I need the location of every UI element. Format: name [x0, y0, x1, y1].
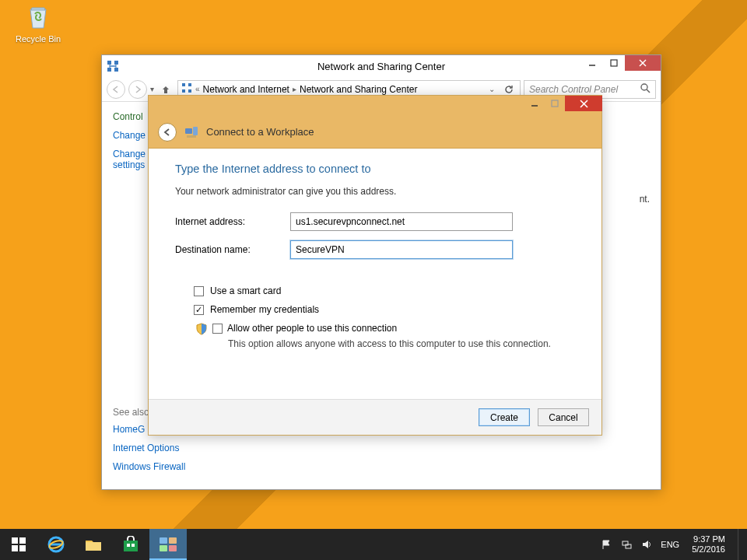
create-button[interactable]: Create: [479, 408, 530, 426]
dialog-connect-workplace: Connect to a Workplace Type the Internet…: [148, 95, 602, 436]
internet-address-field[interactable]: [290, 212, 513, 231]
svg-rect-23: [12, 545, 18, 551]
nsc-title: Network and Sharing Center: [102, 61, 661, 72]
smartcard-checkbox[interactable]: [194, 286, 204, 296]
tray-volume-icon[interactable]: [640, 538, 653, 551]
svg-rect-29: [127, 544, 130, 547]
chevron-down-icon[interactable]: ▾: [150, 85, 154, 93]
network-icon: [107, 60, 119, 72]
taskbar-control-panel[interactable]: [149, 529, 187, 560]
maximize-button[interactable]: [603, 55, 625, 71]
minimize-button[interactable]: [524, 96, 545, 111]
svg-rect-3: [114, 68, 118, 72]
svg-line-13: [647, 89, 650, 93]
allow-others-label: Allow other people to use this connectio…: [227, 323, 397, 334]
svg-rect-21: [12, 537, 18, 544]
svg-rect-11: [188, 89, 191, 93]
svg-rect-27: [86, 542, 101, 551]
svg-rect-24: [19, 545, 26, 551]
remember-credentials-label: Remember my credentials: [210, 304, 319, 315]
svg-rect-9: [188, 83, 191, 86]
network-icon: [181, 82, 192, 96]
wizard-hint: Your network administrator can give you …: [175, 186, 575, 197]
show-desktop-button[interactable]: [738, 529, 744, 560]
breadcrumb-segment[interactable]: Network and Sharing Center: [300, 84, 417, 95]
search-placeholder: Search Control Panel: [529, 84, 618, 95]
close-button[interactable]: [565, 96, 602, 111]
chevron-right-icon: ▸: [293, 85, 296, 93]
svg-rect-20: [187, 135, 196, 138]
tray-language[interactable]: ENG: [661, 540, 679, 549]
close-button[interactable]: [625, 55, 661, 71]
maximize-button: [545, 96, 565, 111]
svg-rect-34: [169, 545, 177, 551]
taskbar-explorer[interactable]: [75, 529, 112, 560]
minimize-button[interactable]: [581, 55, 603, 71]
wizard-footer: Create Cancel: [149, 399, 601, 435]
tray-flag-icon[interactable]: [600, 538, 612, 551]
smartcard-label: Use a smart card: [210, 285, 281, 296]
chevron-down-icon[interactable]: ⌄: [489, 85, 495, 93]
shield-icon: [195, 323, 208, 335]
taskbar: ENG 9:37 PM 5/2/2016: [0, 529, 747, 560]
internet-address-label: Internet address:: [175, 216, 290, 227]
tray-network-icon[interactable]: [620, 538, 633, 551]
wizard-body: Type the Internet address to connect to …: [149, 149, 601, 399]
svg-rect-33: [160, 545, 167, 551]
breadcrumb-segment[interactable]: Network and Internet▸: [203, 84, 296, 95]
svg-line-16: [580, 100, 587, 107]
desktop-icon-recycle-bin[interactable]: Recycle Bin: [11, 5, 65, 44]
wizard-titlebar[interactable]: [149, 96, 601, 116]
svg-point-12: [641, 84, 647, 90]
svg-rect-22: [19, 537, 26, 544]
tray-time: 9:37 PM: [692, 534, 725, 544]
wizard-header: Connect to a Workplace: [149, 116, 601, 149]
svg-rect-1: [114, 61, 118, 65]
remember-credentials-checkbox[interactable]: [194, 305, 204, 315]
cancel-button[interactable]: Cancel: [538, 408, 589, 426]
svg-rect-5: [611, 60, 617, 66]
taskbar-store[interactable]: [112, 529, 149, 560]
svg-rect-19: [193, 127, 198, 135]
svg-rect-10: [182, 89, 185, 93]
workplace-icon: [184, 125, 198, 139]
allow-others-checkbox[interactable]: [212, 324, 223, 334]
svg-rect-28: [124, 541, 138, 551]
nav-back-button[interactable]: [107, 80, 125, 99]
search-icon: [640, 83, 651, 96]
destination-name-label: Destination name:: [175, 244, 290, 255]
wizard-header-title: Connect to a Workplace: [206, 126, 314, 138]
nav-forward-button[interactable]: [128, 80, 147, 99]
desktop: Recycle Bin Network and Sharing Center ▾: [0, 0, 747, 529]
tray-clock[interactable]: 9:37 PM 5/2/2016: [687, 534, 730, 555]
svg-rect-8: [182, 83, 185, 86]
svg-rect-2: [107, 68, 111, 72]
svg-rect-18: [185, 128, 192, 134]
start-button[interactable]: [0, 529, 37, 560]
chevron-left-icon: «: [195, 85, 200, 93]
svg-rect-15: [552, 100, 558, 107]
recycle-bin-icon: [24, 5, 52, 31]
svg-line-7: [640, 60, 646, 66]
svg-line-17: [580, 100, 587, 107]
taskbar-ie[interactable]: [37, 529, 75, 560]
allow-others-hint: This option allows anyone with access to…: [228, 338, 575, 349]
tray-date: 5/2/2016: [692, 544, 725, 555]
svg-rect-30: [132, 544, 135, 547]
nsc-titlebar[interactable]: Network and Sharing Center: [102, 55, 661, 77]
svg-rect-31: [160, 537, 167, 544]
wizard-heading: Type the Internet address to connect to: [175, 163, 575, 175]
recycle-bin-label: Recycle Bin: [11, 34, 65, 44]
destination-name-field[interactable]: [290, 240, 513, 259]
svg-rect-0: [107, 61, 111, 65]
svg-rect-32: [169, 537, 177, 544]
wizard-back-button[interactable]: [158, 123, 177, 142]
nsc-right-peek: nt.: [640, 194, 650, 205]
svg-line-6: [640, 60, 646, 66]
